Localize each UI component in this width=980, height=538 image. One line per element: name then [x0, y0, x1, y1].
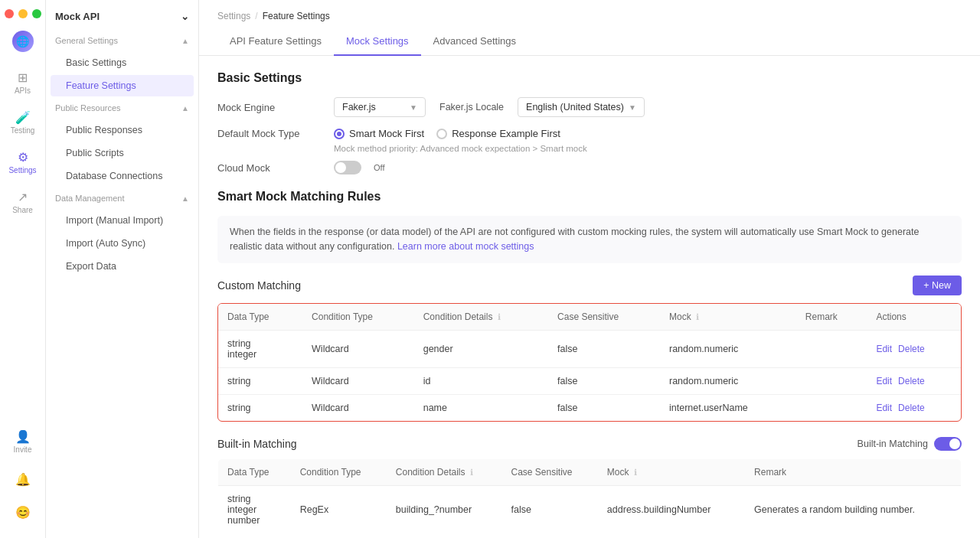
bi-row1-condition-details: building_?number: [387, 485, 502, 533]
bi-col-remark: Remark: [745, 458, 961, 485]
radio-smart-mock[interactable]: Smart Mock First: [334, 128, 424, 139]
row1-delete-btn[interactable]: Delete: [898, 344, 925, 354]
bi-col-condition-type: Condition Type: [291, 458, 387, 485]
nav-item-import-manual[interactable]: Import (Manual Import): [51, 210, 194, 231]
basic-settings-title: Basic Settings: [217, 71, 962, 85]
row3-edit-btn[interactable]: Edit: [876, 403, 892, 413]
row3-data-type: string: [218, 394, 302, 421]
general-settings-label: General Settings: [55, 36, 118, 45]
faker-locale-label-box: Faker.js Locale: [435, 98, 508, 116]
traffic-lights: [0, 0, 52, 24]
nav-item-public-responses[interactable]: Public Responses: [51, 119, 194, 141]
nav-item-export-data[interactable]: Export Data: [51, 256, 194, 277]
row3-condition-type: Wildcard: [302, 394, 414, 421]
tab-api-feature-settings[interactable]: API Feature Settings: [217, 28, 334, 56]
sidebar-item-invite[interactable]: 👤 Invite: [14, 423, 32, 460]
nav-panel: Mock API ⌄ General Settings ▲ Basic Sett…: [46, 0, 199, 538]
row1-actions: Edit Delete: [867, 330, 961, 367]
sidebar-item-bell[interactable]: 🔔: [14, 466, 32, 493]
mock-hint: Mock method priority: Advanced mock expe…: [334, 144, 962, 153]
invite-icon: 👤: [15, 429, 31, 444]
general-settings-section[interactable]: General Settings ▲: [46, 30, 198, 51]
row3-mock: internet.userName: [660, 394, 796, 421]
cloud-mock-state: Off: [374, 163, 384, 172]
breadcrumb-current: Feature Settings: [263, 11, 330, 21]
sidebar-item-apis[interactable]: ⊞ APIs: [0, 64, 45, 101]
cloud-mock-row: Cloud Mock Off: [217, 161, 962, 174]
sidebar-label-invite: Invite: [14, 445, 32, 454]
row2-remark: [796, 367, 867, 394]
tab-advanced-settings[interactable]: Advanced Settings: [421, 28, 528, 56]
condition-details-info-icon: ℹ: [498, 312, 501, 321]
learn-more-link[interactable]: Learn more about mock settings: [397, 241, 534, 252]
col-condition-type: Condition Type: [302, 304, 414, 331]
radio-dot-smart: [334, 129, 345, 139]
built-in-row: string integer number RegEx building_?nu…: [218, 485, 962, 533]
traffic-light-red[interactable]: [5, 9, 14, 18]
sidebar-item-user[interactable]: 😊: [14, 499, 32, 526]
col-data-type: Data Type: [218, 304, 302, 331]
sidebar-nav: ⊞ APIs 🧪 Testing ⚙ Settings ↗ Share: [0, 64, 45, 220]
smart-mock-title: Smart Mock Matching Rules: [217, 190, 962, 204]
share-icon: ↗: [18, 190, 28, 204]
built-in-header: Built-in Matching Built-in Matching: [217, 437, 962, 451]
mock-engine-select[interactable]: Faker.js ▼: [334, 97, 426, 117]
table-row: string Wildcard name false internet.user…: [218, 394, 961, 421]
bi-row1-case-sensitive: false: [501, 485, 597, 533]
radio-response-example[interactable]: Response Example First: [436, 128, 560, 139]
bi-col-condition-details: Condition Details ℹ: [387, 458, 502, 485]
data-management-section[interactable]: Data Management ▲: [46, 187, 198, 209]
new-button[interactable]: + New: [913, 276, 962, 295]
mock-engine-row: Mock Engine Faker.js ▼ Faker.js Locale E…: [217, 97, 962, 117]
sidebar-item-testing[interactable]: 🧪 Testing: [0, 104, 45, 141]
row1-edit-btn[interactable]: Edit: [876, 344, 892, 354]
icon-sidebar: 🌐 ⊞ APIs 🧪 Testing ⚙ Settings ↗ Share 👤 …: [0, 0, 46, 538]
built-in-toggle-area: Built-in Matching: [858, 437, 962, 451]
public-resources-section[interactable]: Public Resources ▲: [46, 97, 198, 119]
nav-item-feature-settings[interactable]: Feature Settings: [51, 75, 194, 96]
row2-action-btns: Edit Delete: [876, 376, 952, 386]
built-in-toggle[interactable]: [934, 437, 962, 451]
radio-group: Smart Mock First Response Example First: [334, 128, 560, 139]
row2-data-type: string: [218, 367, 302, 394]
col-mock: Mock ℹ: [660, 304, 796, 331]
row1-data-type: string integer: [218, 330, 302, 367]
nav-item-public-scripts[interactable]: Public Scripts: [51, 142, 194, 164]
row2-condition-details: id: [414, 367, 548, 394]
row2-edit-btn[interactable]: Edit: [876, 376, 892, 386]
traffic-light-green[interactable]: [32, 9, 41, 18]
breadcrumb-sep: /: [255, 11, 257, 21]
bi-col-mock: Mock ℹ: [598, 458, 745, 485]
row3-delete-btn[interactable]: Delete: [898, 403, 925, 413]
toggle-knob: [335, 162, 346, 173]
sidebar-item-settings[interactable]: ⚙ Settings: [0, 144, 45, 181]
sidebar-label-settings: Settings: [8, 166, 36, 174]
tab-mock-settings[interactable]: Mock Settings: [334, 28, 421, 56]
row1-mock: random.numeric: [660, 330, 796, 367]
built-in-title: Built-in Matching: [217, 438, 297, 450]
bi-row1-mock: address.buildingNumber: [598, 485, 745, 533]
faker-locale-select[interactable]: English (United States) ▼: [518, 97, 645, 117]
bi-row1-remark: Generates a random building number.: [745, 485, 961, 533]
cloud-mock-toggle[interactable]: [334, 161, 361, 174]
row2-delete-btn[interactable]: Delete: [898, 376, 925, 386]
traffic-light-yellow[interactable]: [18, 9, 28, 18]
breadcrumb-parent[interactable]: Settings: [217, 11, 250, 21]
cloud-mock-label: Cloud Mock: [217, 162, 325, 174]
nav-item-import-auto[interactable]: Import (Auto Sync): [51, 233, 194, 254]
bell-icon: 🔔: [15, 472, 31, 487]
nav-item-basic-settings[interactable]: Basic Settings: [51, 52, 194, 73]
table-header-row: Data Type Condition Type Condition Detai…: [218, 304, 961, 331]
custom-matching-table-container: Data Type Condition Type Condition Detai…: [217, 303, 962, 422]
nav-item-database-connections[interactable]: Database Connections: [51, 165, 194, 187]
custom-matching-table: Data Type Condition Type Condition Detai…: [218, 304, 961, 421]
data-management-label: Data Management: [55, 194, 125, 203]
sidebar-label-share: Share: [12, 206, 33, 214]
default-mock-type-label: Default Mock Type: [217, 128, 325, 139]
sidebar-item-share[interactable]: ↗ Share: [0, 184, 45, 220]
table-row: string Wildcard id false random.numeric …: [218, 367, 961, 394]
public-resources-label: Public Resources: [55, 103, 121, 112]
row1-condition-details: gender: [414, 330, 548, 367]
faker-locale-value: English (United States): [526, 102, 624, 112]
mock-engine-label: Mock Engine: [217, 102, 325, 113]
